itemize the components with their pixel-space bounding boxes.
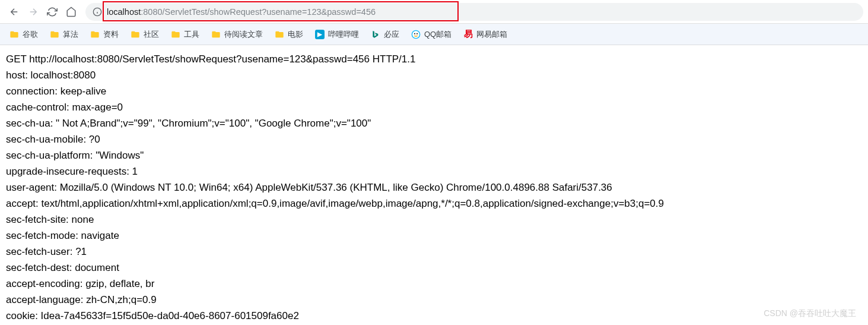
- svg-point-4: [414, 33, 415, 34]
- response-line-5: sec-ch-ua-mobile: ?0: [6, 131, 862, 147]
- bookmark-label: QQ邮箱: [424, 29, 452, 40]
- bookmark-label: 哔哩哔哩: [328, 29, 359, 40]
- folder-icon: [131, 30, 140, 39]
- bookmark-label: 社区: [144, 29, 159, 40]
- bookmark-label: 工具: [184, 29, 199, 40]
- response-line-12: sec-fetch-user: ?1: [6, 244, 862, 260]
- bookmark-label: 待阅读文章: [224, 29, 263, 40]
- bookmark-label: 电影: [288, 29, 303, 40]
- folder-icon: [211, 30, 221, 39]
- bing-icon: [371, 30, 380, 39]
- bookmark-item-5[interactable]: 待阅读文章: [206, 27, 268, 42]
- bookmark-label: 资料: [103, 29, 119, 40]
- response-line-10: sec-fetch-site: none: [6, 212, 862, 228]
- bookmark-label: 算法: [63, 29, 78, 40]
- bookmark-item-7[interactable]: ▶哔哩哔哩: [310, 27, 364, 42]
- bookmark-item-3[interactable]: 社区: [126, 27, 164, 42]
- bilibili-icon: ▶: [315, 30, 325, 39]
- response-line-16: cookie: Idea-7a45633f=15f5d50e-da0d-40e6…: [6, 308, 862, 324]
- reload-button[interactable]: [43, 2, 62, 21]
- bookmark-item-2[interactable]: 资料: [85, 27, 123, 42]
- response-line-14: accept-encoding: gzip, deflate, br: [6, 276, 862, 292]
- bookmark-item-6[interactable]: 电影: [270, 27, 308, 42]
- response-line-8: user-agent: Mozilla/5.0 (Windows NT 10.0…: [6, 179, 862, 195]
- address-text: localhost:8080/ServletTest/showRequest?u…: [107, 7, 376, 17]
- bookmark-item-9[interactable]: QQ邮箱: [406, 27, 456, 42]
- home-button[interactable]: [62, 2, 81, 21]
- bookmark-label: 谷歌: [23, 29, 38, 40]
- response-line-7: upgrade-insecure-requests: 1: [6, 163, 862, 179]
- bookmark-label: 网易邮箱: [476, 29, 507, 40]
- response-line-13: sec-fetch-dest: document: [6, 260, 862, 276]
- back-button[interactable]: [5, 2, 24, 21]
- arrow-left-icon: [9, 7, 20, 17]
- response-line-6: sec-ch-ua-platform: "Windows": [6, 147, 862, 163]
- response-line-15: accept-language: zh-CN,zh;q=0.9: [6, 292, 862, 308]
- arrow-right-icon: [28, 7, 39, 17]
- forward-button[interactable]: [24, 2, 43, 21]
- url-path: /ServletTest/showRequest?usename=123&pas…: [163, 7, 376, 17]
- folder-icon: [275, 30, 284, 39]
- netease-icon: 易: [463, 30, 473, 39]
- svg-point-3: [412, 30, 419, 38]
- bookmark-label: 必应: [384, 29, 399, 40]
- browser-toolbar: localhost:8080/ServletTest/showRequest?u…: [0, 0, 868, 24]
- folder-icon: [90, 30, 100, 39]
- bookmark-item-0[interactable]: 谷歌: [5, 27, 43, 42]
- bookmarks-bar: 谷歌算法资料社区工具待阅读文章电影▶哔哩哔哩必应QQ邮箱易网易邮箱: [0, 24, 868, 45]
- home-icon: [66, 7, 77, 17]
- address-bar[interactable]: localhost:8080/ServletTest/showRequest?u…: [85, 3, 863, 21]
- bookmark-item-10[interactable]: 易网易邮箱: [459, 27, 512, 42]
- bookmark-item-1[interactable]: 算法: [45, 27, 83, 42]
- response-line-3: cache-control: max-age=0: [6, 99, 862, 115]
- response-line-11: sec-fetch-mode: navigate: [6, 228, 862, 244]
- folder-icon: [171, 30, 180, 39]
- folder-icon: [9, 30, 19, 39]
- response-line-2: connection: keep-alive: [6, 83, 862, 99]
- folder-icon: [50, 30, 59, 39]
- bookmark-item-4[interactable]: 工具: [166, 27, 204, 42]
- svg-point-5: [416, 33, 418, 34]
- page-content: GET http://localhost:8080/ServletTest/sh…: [0, 45, 868, 325]
- reload-icon: [47, 7, 58, 17]
- response-line-9: accept: text/html,application/xhtml+xml,…: [6, 195, 862, 212]
- bookmark-item-8[interactable]: 必应: [366, 27, 404, 42]
- url-host: localhost: [107, 7, 141, 17]
- response-line-4: sec-ch-ua: " Not A;Brand";v="99", "Chrom…: [6, 115, 862, 131]
- response-line-1: host: localhost:8080: [6, 67, 862, 83]
- info-icon: [93, 7, 102, 17]
- url-port: :8080: [141, 7, 162, 17]
- response-line-0: GET http://localhost:8080/ServletTest/sh…: [6, 51, 862, 67]
- qq-icon: [411, 30, 421, 39]
